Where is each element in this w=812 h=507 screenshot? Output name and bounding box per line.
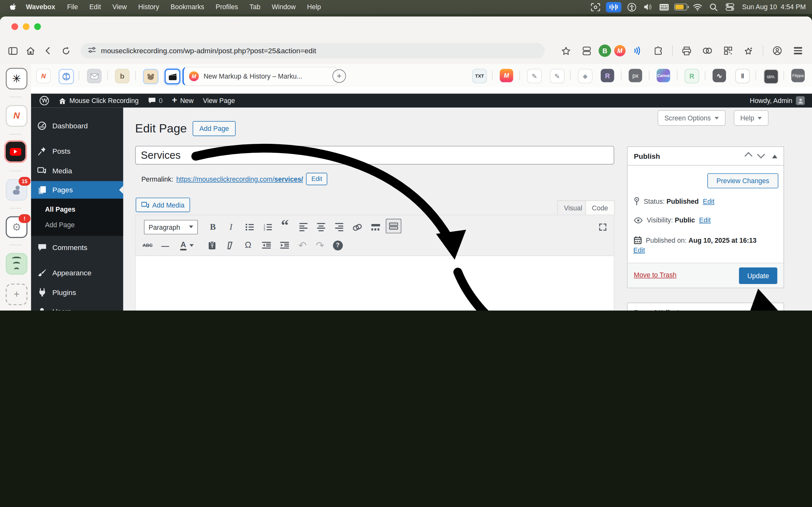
adminbar-avatar[interactable] (796, 96, 805, 105)
wavebox-signal-icon[interactable] (629, 43, 647, 59)
print-icon[interactable] (678, 43, 696, 59)
sidebar-item-pages[interactable]: Pages (31, 181, 123, 199)
add-page-button[interactable]: Add Page (193, 121, 236, 136)
tab-code[interactable]: Code (585, 200, 615, 215)
edit-status-link[interactable]: Edit (703, 198, 715, 205)
collapse-panel-icon[interactable] (772, 152, 777, 158)
toolbar-toggle-button[interactable] (386, 219, 401, 233)
site-settings-icon[interactable] (88, 46, 96, 55)
pinned-mouse-site-icon[interactable] (143, 69, 159, 84)
audio-levels-menubar-icon[interactable] (606, 2, 621, 12)
add-media-button[interactable]: Add Media (136, 198, 190, 212)
adminbar-new-button[interactable]: + New (167, 94, 198, 108)
qr-code-icon[interactable] (719, 43, 737, 59)
sidebar-toggle-icon[interactable] (4, 43, 22, 59)
bookmark-star-icon[interactable] (557, 43, 575, 59)
ext-flippa-icon[interactable]: Flippa (792, 69, 805, 82)
settings-app-dock-icon[interactable]: ⚙ ! (6, 216, 28, 238)
bold-button[interactable]: B (205, 220, 221, 234)
menu-file[interactable]: File (61, 3, 84, 11)
chatgpt-dock-icon[interactable]: ✳ (6, 68, 28, 90)
sidebar-item-dashboard[interactable]: Dashboard (31, 117, 123, 135)
update-button[interactable]: Update (739, 268, 777, 284)
pinned-namecheap-icon[interactable]: N (36, 69, 51, 83)
ext-diamond-icon[interactable]: ◆ (578, 69, 593, 83)
editor-content-area[interactable]: Let's also nest the "Services" page (und… (136, 256, 614, 311)
menu-profiles[interactable]: Profiles (210, 3, 244, 11)
paste-as-text-button[interactable]: T (204, 238, 219, 252)
ext-markup-pen2-icon[interactable]: ✎ (550, 69, 565, 83)
ext-markup-pen-icon[interactable]: ✎ (527, 69, 542, 83)
move-panel-up-icon[interactable] (758, 308, 766, 311)
sidebar-item-appearance[interactable]: Appearance (31, 264, 123, 282)
pinned-blue-app-icon[interactable] (58, 69, 74, 84)
address-bar[interactable]: mouseclickrecording.com/wp-admin/post.ph… (81, 43, 545, 59)
namecheap-dock-icon[interactable]: N (6, 105, 28, 127)
sparkle-bookmark-icon[interactable] (740, 43, 758, 59)
undo-button[interactable]: ↶ (295, 238, 310, 252)
move-panel-up-icon[interactable] (745, 152, 752, 160)
adminbar-howdy[interactable]: Howdy, Admin (750, 97, 792, 104)
special-character-button[interactable]: Ω (241, 238, 256, 252)
ext-pause-icon[interactable]: ‖ (735, 69, 750, 83)
account-icon[interactable] (768, 43, 786, 59)
blockquote-button[interactable]: “ (277, 218, 293, 232)
collapse-panel-icon[interactable] (772, 308, 777, 311)
edit-published-date-link[interactable]: Edit (633, 246, 645, 254)
paragraph-format-select[interactable]: Paragraph (144, 220, 198, 234)
url-text[interactable]: mouseclickrecording.com/wp-admin/post.ph… (101, 47, 316, 55)
align-center-button[interactable] (313, 220, 329, 234)
sidebar-item-comments[interactable]: Comments (31, 239, 123, 257)
reload-button[interactable] (57, 43, 75, 59)
move-panel-down-icon[interactable] (757, 151, 765, 158)
back-button[interactable] (39, 43, 57, 59)
pinned-clapperboard-icon[interactable] (165, 69, 180, 84)
fullscreen-button[interactable] (595, 220, 611, 234)
menu-tab[interactable]: Tab (244, 3, 266, 11)
numbered-list-button[interactable]: 123 (260, 220, 275, 234)
insert-link-button[interactable] (350, 220, 365, 234)
screen-options-button[interactable]: Screen Options (658, 110, 725, 126)
pinned-b-icon[interactable]: b (115, 69, 130, 83)
page-attributes-header[interactable]: Page Attributes (628, 303, 783, 311)
contacts-dock-icon[interactable]: 15 (6, 179, 28, 201)
add-app-dock-button[interactable]: + (6, 284, 28, 305)
publish-panel-header[interactable]: Publish (628, 147, 783, 166)
menubar-app-name[interactable]: Wavebox (26, 3, 55, 11)
menu-view[interactable]: View (107, 3, 133, 11)
browser-menu-icon[interactable] (789, 43, 807, 59)
italic-button[interactable]: I (223, 220, 239, 234)
keyboard-icon[interactable] (658, 2, 670, 12)
permalink-edit-button[interactable]: Edit (306, 173, 327, 185)
ext-r-green-icon[interactable]: R (684, 69, 699, 83)
menu-history[interactable]: History (133, 3, 165, 11)
sidebar-item-plugins[interactable]: Plugins (31, 284, 123, 301)
monday-extension-icon[interactable]: M (614, 45, 625, 56)
tab-visual[interactable]: Visual (557, 200, 589, 215)
clear-formatting-button[interactable] (222, 238, 238, 252)
ext-txt-icon[interactable]: TXT (472, 69, 487, 83)
permalink-link[interactable]: https://mouseclickrecording.com/services… (176, 175, 303, 183)
adminbar-view-page[interactable]: View Page (198, 94, 240, 108)
align-left-button[interactable] (296, 220, 311, 234)
ext-stm-icon[interactable]: stm. (763, 69, 779, 84)
wp-logo-icon[interactable] (31, 94, 54, 108)
bulleted-list-button[interactable] (242, 220, 257, 234)
adminbar-comments[interactable]: 0 (143, 94, 167, 108)
editor-help-button[interactable]: ? (330, 238, 345, 252)
sidebar-item-media[interactable]: Media (31, 162, 123, 180)
menu-edit[interactable]: Edit (84, 3, 107, 11)
control-center-icon[interactable] (724, 2, 735, 12)
spotlight-search-icon[interactable] (708, 2, 719, 12)
menu-help[interactable]: Help (301, 3, 327, 11)
battery-icon[interactable] (674, 3, 687, 10)
minimize-window-button[interactable] (23, 23, 30, 30)
submenu-all-pages[interactable]: All Pages (31, 202, 123, 216)
close-window-button[interactable] (11, 23, 18, 30)
ext-monday-icon[interactable]: M (500, 69, 513, 82)
outdent-button[interactable] (258, 238, 274, 252)
menu-window[interactable]: Window (266, 3, 301, 11)
sidebar-item-users[interactable]: Users (31, 302, 123, 311)
submenu-add-page[interactable]: Add Page (31, 218, 123, 231)
help-button[interactable]: Help (734, 110, 769, 126)
